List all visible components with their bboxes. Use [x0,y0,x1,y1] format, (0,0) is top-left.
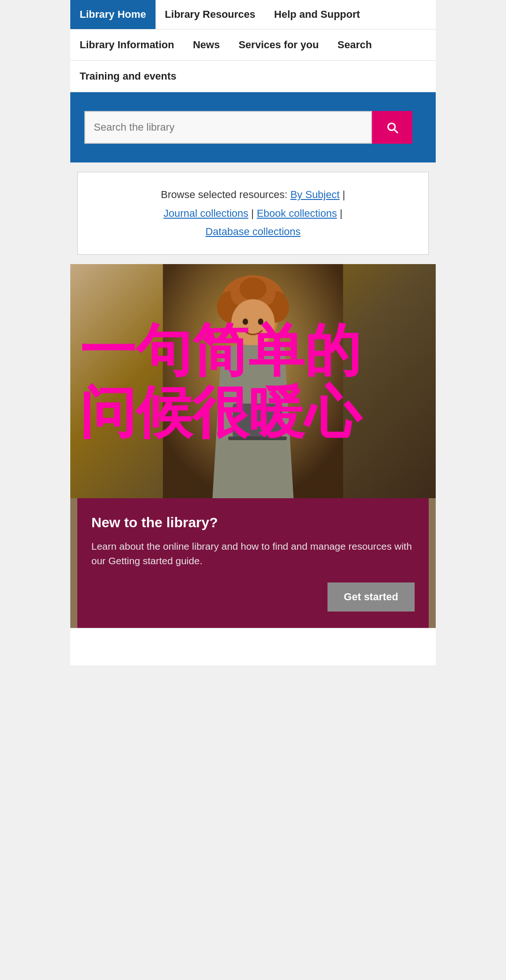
library-card: New to the library? Learn about the onli… [77,498,429,628]
nav-search[interactable]: Search [328,33,381,57]
nav-library-information[interactable]: Library Information [70,33,184,57]
svg-point-7 [239,278,267,300]
library-card-heading: New to the library? [91,515,415,531]
bottom-partial [70,628,436,665]
hero-image: 一句简单的 问候很暖心 [70,264,436,498]
separator-2: | [251,207,257,219]
person-illustration [70,264,436,498]
browse-box: Browse selected resources: By Subject | … [77,172,429,255]
main-nav: Library Home Library Resources Help and … [70,0,436,92]
search-container [84,111,412,144]
nav-training-and-events[interactable]: Training and events [70,65,186,88]
svg-rect-12 [228,436,287,440]
browse-journal-collections-link[interactable]: Journal collections [164,207,248,219]
svg-point-8 [231,299,275,346]
svg-point-10 [258,318,264,324]
browse-prefix: Browse selected resources: [161,189,287,200]
nav-library-home[interactable]: Library Home [70,0,156,29]
svg-rect-11 [233,404,283,437]
get-started-button[interactable]: Get started [327,582,415,612]
svg-point-9 [243,318,248,324]
library-card-body: Learn about the online library and how t… [91,539,415,568]
nav-row-1: Library Home Library Resources Help and … [70,0,436,29]
nav-row-2: Library Information News Services for yo… [70,29,436,61]
search-section [70,92,436,162]
nav-help-and-support[interactable]: Help and Support [265,0,369,29]
browse-ebook-collections-link[interactable]: Ebook collections [257,207,337,219]
browse-database-collections-link[interactable]: Database collections [205,226,300,237]
browse-by-subject-link[interactable]: By Subject [290,189,340,200]
search-button[interactable] [372,111,412,144]
separator-3: | [340,207,342,219]
nav-row-3: Training and events [70,61,436,92]
nav-services-for-you[interactable]: Services for you [229,33,328,57]
separator-1: | [342,189,345,200]
search-input[interactable] [84,111,372,144]
search-icon [385,120,399,134]
hero-section: 一句简单的 问候很暖心 New to the library? Learn ab… [70,264,436,628]
nav-news[interactable]: News [184,33,229,57]
nav-library-resources[interactable]: Library Resources [156,0,265,29]
